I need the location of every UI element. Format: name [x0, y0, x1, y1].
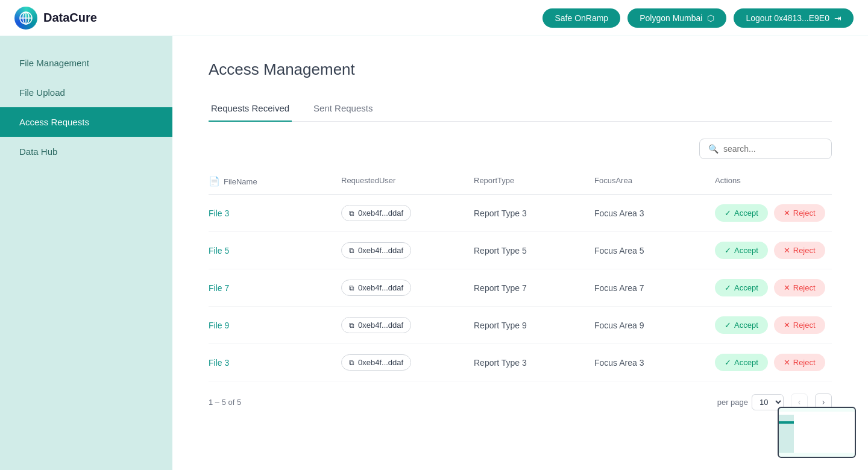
- tab-requests-received[interactable]: Requests Received: [209, 96, 292, 122]
- reject-button-3[interactable]: ✕ Reject: [774, 316, 825, 334]
- polygon-label: Polygon Mumbai: [640, 13, 702, 23]
- page-title: Access Management: [209, 60, 832, 79]
- user-address-1: 0xeb4f...ddaf: [358, 246, 403, 255]
- accept-button-1[interactable]: ✓ Accept: [715, 242, 768, 259]
- corner-thumbnail: [778, 407, 856, 458]
- file-link-4[interactable]: File 3: [209, 358, 229, 368]
- cell-filename-3: File 9: [209, 320, 341, 331]
- cell-user-4: ⧉ 0xeb4f...ddaf: [341, 354, 474, 371]
- table-body: File 3 ⧉ 0xeb4f...ddaf Report Type 3 Foc…: [209, 195, 832, 381]
- polygon-mumbai-button[interactable]: Polygon Mumbai ⬡: [627, 8, 726, 28]
- per-page-label: per page: [717, 398, 748, 407]
- tab-sent-requests[interactable]: Sent Requests: [311, 96, 375, 122]
- cell-focus-area-0: Focus Area 3: [594, 208, 715, 218]
- pagination-info: 1 – 5 of 5: [209, 398, 241, 407]
- copy-icon-4: ⧉: [349, 359, 354, 367]
- cell-filename-1: File 5: [209, 245, 341, 256]
- col-header-filename: 📄 FileName: [209, 176, 341, 187]
- reject-button-4[interactable]: ✕ Reject: [774, 354, 825, 371]
- cell-user-2: ⧉ 0xeb4f...ddaf: [341, 280, 474, 296]
- user-badge-3[interactable]: ⧉ 0xeb4f...ddaf: [341, 317, 411, 333]
- cell-actions-1: ✓ Accept ✕ Reject: [715, 242, 832, 259]
- reject-button-2[interactable]: ✕ Reject: [774, 279, 825, 296]
- copy-icon-0: ⧉: [349, 209, 354, 218]
- logo-text: DataCure: [43, 11, 97, 25]
- polygon-icon: ⬡: [707, 13, 714, 23]
- search-box: 🔍: [699, 139, 832, 159]
- accept-button-4[interactable]: ✓ Accept: [715, 354, 768, 371]
- cell-filename-0: File 3: [209, 208, 341, 219]
- accept-button-2[interactable]: ✓ Accept: [715, 279, 768, 296]
- layout: File Management File Upload Access Reque…: [0, 36, 868, 470]
- cell-focus-area-1: Focus Area 5: [594, 246, 715, 255]
- col-header-focus-area: FocusArea: [594, 176, 715, 187]
- user-address-3: 0xeb4f...ddaf: [358, 321, 403, 330]
- file-link-1[interactable]: File 5: [209, 246, 229, 255]
- sidebar-item-data-hub[interactable]: Data Hub: [0, 137, 172, 166]
- cell-actions-3: ✓ Accept ✕ Reject: [715, 316, 832, 334]
- cell-actions-2: ✓ Accept ✕ Reject: [715, 279, 832, 296]
- x-icon-1: ✕: [784, 246, 790, 255]
- logout-icon: ⇥: [834, 13, 841, 23]
- table-header: 📄 FileName RequestedUser ReportType Focu…: [209, 169, 832, 195]
- col-header-requested-user: RequestedUser: [341, 176, 474, 187]
- table-row: File 3 ⧉ 0xeb4f...ddaf Report Type 3 Foc…: [209, 344, 832, 381]
- svg-rect-7: [779, 421, 794, 424]
- user-badge-1[interactable]: ⧉ 0xeb4f...ddaf: [341, 242, 411, 258]
- cell-user-0: ⧉ 0xeb4f...ddaf: [341, 205, 474, 221]
- x-icon-3: ✕: [784, 321, 790, 330]
- check-icon-4: ✓: [725, 358, 731, 367]
- cell-focus-area-4: Focus Area 3: [594, 358, 715, 368]
- user-badge-2[interactable]: ⧉ 0xeb4f...ddaf: [341, 280, 411, 296]
- per-page-select: per page 10 25 50: [717, 394, 784, 410]
- logout-label: Logout 0x4813...E9E0: [746, 13, 829, 23]
- cell-filename-2: File 7: [209, 283, 341, 293]
- safe-onramp-button[interactable]: Safe OnRamp: [542, 8, 620, 28]
- col-header-actions: Actions: [715, 176, 832, 187]
- user-badge-0[interactable]: ⧉ 0xeb4f...ddaf: [341, 205, 411, 221]
- reject-button-0[interactable]: ✕ Reject: [774, 204, 825, 222]
- cell-report-type-0: Report Type 3: [474, 208, 594, 218]
- cell-report-type-2: Report Type 7: [474, 283, 594, 293]
- check-icon-0: ✓: [725, 208, 731, 218]
- x-icon-2: ✕: [784, 283, 790, 292]
- accept-button-0[interactable]: ✓ Accept: [715, 204, 768, 222]
- user-address-4: 0xeb4f...ddaf: [358, 358, 403, 367]
- file-link-0[interactable]: File 3: [209, 208, 229, 218]
- table-row: File 7 ⧉ 0xeb4f...ddaf Report Type 7 Foc…: [209, 269, 832, 307]
- user-badge-4[interactable]: ⧉ 0xeb4f...ddaf: [341, 354, 411, 371]
- accept-button-3[interactable]: ✓ Accept: [715, 316, 768, 334]
- logout-button[interactable]: Logout 0x4813...E9E0 ⇥: [734, 8, 854, 28]
- data-table: 📄 FileName RequestedUser ReportType Focu…: [209, 169, 832, 410]
- file-link-2[interactable]: File 7: [209, 283, 229, 293]
- cell-report-type-4: Report Type 3: [474, 358, 594, 368]
- pagination: 1 – 5 of 5 per page 10 25 50 ‹ ›: [209, 393, 832, 410]
- sidebar-item-file-management[interactable]: File Management: [0, 48, 172, 78]
- copy-icon-2: ⧉: [349, 284, 354, 292]
- check-icon-3: ✓: [725, 321, 731, 330]
- search-input[interactable]: [723, 144, 823, 154]
- copy-icon-3: ⧉: [349, 321, 354, 330]
- table-row: File 5 ⧉ 0xeb4f...ddaf Report Type 5 Foc…: [209, 232, 832, 269]
- logo: DataCure: [14, 7, 97, 30]
- sidebar-item-file-upload[interactable]: File Upload: [0, 78, 172, 107]
- cell-filename-4: File 3: [209, 357, 341, 368]
- cell-report-type-3: Report Type 9: [474, 321, 594, 330]
- file-link-3[interactable]: File 9: [209, 321, 229, 330]
- sidebar-item-access-requests[interactable]: Access Requests: [0, 107, 172, 137]
- cell-actions-4: ✓ Accept ✕ Reject: [715, 354, 832, 371]
- check-icon-2: ✓: [725, 283, 731, 292]
- table-row: File 3 ⧉ 0xeb4f...ddaf Report Type 3 Foc…: [209, 195, 832, 232]
- x-icon-0: ✕: [784, 208, 790, 218]
- svg-rect-5: [779, 412, 855, 415]
- reject-button-1[interactable]: ✕ Reject: [774, 242, 825, 259]
- cell-report-type-1: Report Type 5: [474, 246, 594, 255]
- cell-actions-0: ✓ Accept ✕ Reject: [715, 204, 832, 222]
- copy-icon-1: ⧉: [349, 246, 354, 255]
- svg-rect-8: [794, 415, 855, 453]
- sidebar: File Management File Upload Access Reque…: [0, 36, 172, 470]
- user-address-0: 0xeb4f...ddaf: [358, 208, 403, 218]
- cell-focus-area-2: Focus Area 7: [594, 283, 715, 293]
- header-actions: Safe OnRamp Polygon Mumbai ⬡ Logout 0x48…: [542, 8, 854, 28]
- search-icon: 🔍: [708, 144, 719, 154]
